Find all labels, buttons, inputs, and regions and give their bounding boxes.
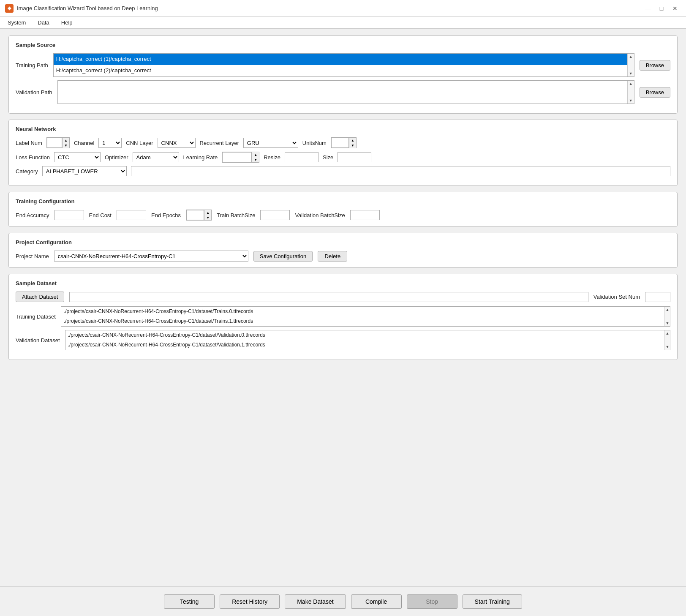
validation-dataset-item-1: ./projects/csair-CNNX-NoRecurrent-H64-Cr… (65, 330, 670, 340)
training-dataset-item-1: ./projects/csair-CNNX-NoRecurrent-H64-Cr… (61, 307, 670, 316)
main-content: Sample Source Training Path H:/captcha_c… (0, 29, 686, 392)
training-path-scrollbar: ▲ ▼ (627, 54, 634, 76)
testing-button[interactable]: Testing (164, 594, 215, 609)
end-accuracy-label: End Accuracy (16, 212, 49, 218)
sample-source-section: Sample Source Training Path H:/captcha_c… (8, 35, 678, 114)
validation-path-browse-button[interactable]: Browse (640, 87, 670, 98)
menu-data[interactable]: Data (35, 19, 52, 27)
units-num-spinner[interactable]: 64 ▲ ▼ (331, 137, 357, 148)
sample-source-title: Sample Source (16, 42, 670, 48)
minimize-button[interactable]: — (642, 3, 654, 14)
validation-batchsize-input[interactable]: 300 (350, 210, 380, 220)
training-path-browse-button[interactable]: Browse (640, 60, 670, 71)
training-dataset-item-2: ./projects/csair-CNNX-NoRecurrent-H64-Cr… (61, 316, 670, 326)
units-num-up[interactable]: ▲ (349, 138, 356, 143)
project-name-select[interactable]: csair-CNNX-NoRecurrent-H64-CrossEntropy-… (54, 251, 248, 262)
validation-path-container: ▲ ▼ (57, 80, 634, 104)
category-label: Category (16, 168, 38, 174)
validation-dataset-container: ./projects/csair-CNNX-NoRecurrent-H64-Cr… (65, 330, 670, 350)
train-batchsize-input[interactable]: 64 (260, 210, 290, 220)
start-training-button[interactable]: Start Training (463, 594, 522, 609)
label-num-input[interactable]: 6 (47, 138, 62, 148)
neural-network-title: Neural Network (16, 126, 670, 132)
stop-button[interactable]: Stop (407, 594, 457, 609)
bottom-bar: Testing Reset History Make Dataset Compi… (0, 586, 686, 616)
vd-scroll-down[interactable]: ▼ (664, 344, 670, 350)
category-text-input[interactable] (131, 166, 670, 176)
recurrent-layer-select[interactable]: GRU LSTM None (243, 138, 298, 148)
cnn-layer-select[interactable]: CNNX CNN1 CNN2 (158, 138, 196, 148)
loss-function-label: Loss Function (16, 154, 50, 161)
validation-batchsize-label: Validation BatchSize (295, 212, 345, 218)
channel-select[interactable]: 1 3 (98, 138, 122, 148)
resize-input[interactable]: [120, 30] (285, 152, 318, 162)
validation-dataset-box[interactable]: ./projects/csair-CNNX-NoRecurrent-H64-Cr… (65, 330, 670, 350)
training-dataset-box[interactable]: ./projects/csair-CNNX-NoRecurrent-H64-Cr… (61, 306, 670, 327)
td-scroll-down[interactable]: ▼ (664, 320, 670, 326)
category-select[interactable]: ALPHABET_LOWER ALPHABET_UPPER DIGITS ALL (42, 166, 127, 176)
training-path-row: Training Path H:/captcha_correct (1)/cap… (16, 53, 670, 77)
end-epochs-label: End Epochs (151, 212, 181, 218)
val-scroll-up-arrow[interactable]: ▲ (628, 81, 634, 87)
val-scroll-down-arrow[interactable]: ▼ (628, 98, 634, 104)
attach-dataset-button[interactable]: Attach Dataset (16, 292, 64, 302)
optimizer-select[interactable]: Adam SGD RMSprop (133, 152, 179, 162)
menu-system[interactable]: System (5, 19, 28, 27)
training-dataset-label: Training Dataset (16, 313, 56, 320)
validation-dataset-item-2: ./projects/csair-CNNX-NoRecurrent-H64-Cr… (65, 340, 670, 350)
validation-path-box[interactable]: ▲ ▼ (57, 80, 634, 104)
units-num-input[interactable]: 64 (331, 138, 349, 148)
end-epochs-spinner[interactable]: 2 ▲ ▼ (186, 210, 212, 221)
vd-scroll-up[interactable]: ▲ (664, 330, 670, 336)
lr-down[interactable]: ▼ (252, 157, 259, 162)
save-config-button[interactable]: Save Configuration (253, 251, 313, 262)
maximize-button[interactable]: □ (656, 3, 667, 14)
training-path-item-2[interactable]: H:/captcha_correct (2)/captcha_correct (54, 65, 634, 76)
optimizer-label: Optimizer (105, 154, 128, 161)
learning-rate-input[interactable]: 0.0001 (222, 152, 252, 162)
units-num-down[interactable]: ▼ (349, 143, 356, 148)
title-bar: ◆ Image Classification Wizard Tool based… (0, 0, 686, 17)
delete-button[interactable]: Delete (318, 251, 347, 262)
end-epochs-up[interactable]: ▲ (204, 210, 211, 215)
train-batchsize-label: Train BatchSize (217, 212, 255, 218)
sample-dataset-section: Sample Dataset Attach Dataset Validation… (8, 274, 678, 360)
title-bar-controls: — □ ✕ (642, 3, 681, 14)
label-num-down[interactable]: ▼ (63, 143, 69, 148)
reset-history-button[interactable]: Reset History (220, 594, 280, 609)
validation-path-label: Validation Path (16, 89, 52, 95)
size-input[interactable]: [230, 50] (338, 152, 371, 162)
scroll-up-arrow[interactable]: ▲ (628, 54, 634, 60)
lr-up[interactable]: ▲ (252, 152, 259, 157)
validation-dataset-scroll: ▲ ▼ (664, 330, 670, 350)
nn-row-3: Category ALPHABET_LOWER ALPHABET_UPPER D… (16, 166, 670, 176)
end-epochs-down[interactable]: ▼ (204, 215, 211, 220)
compile-button[interactable]: Compile (351, 594, 402, 609)
td-scroll-up[interactable]: ▲ (664, 307, 670, 313)
end-epochs-input[interactable]: 2 (186, 210, 204, 220)
close-button[interactable]: ✕ (669, 3, 681, 14)
project-row: Project Name csair-CNNX-NoRecurrent-H64-… (16, 251, 670, 262)
end-cost-label: End Cost (89, 212, 112, 218)
training-dataset-scroll: ▲ ▼ (664, 307, 670, 326)
validation-path-scrollbar: ▲ ▼ (627, 81, 634, 104)
training-config-section: Training Configuration End Accuracy 0.95… (8, 192, 678, 227)
make-dataset-button[interactable]: Make Dataset (285, 594, 346, 609)
size-label: Size (323, 154, 333, 161)
training-path-item-1[interactable]: H:/captcha_correct (1)/captcha_correct (54, 54, 634, 65)
training-config-title: Training Configuration (16, 198, 670, 204)
end-accuracy-input[interactable]: 0.95 (54, 210, 84, 220)
learning-rate-spinner[interactable]: 0.0001 ▲ ▼ (222, 152, 259, 163)
end-cost-input[interactable]: 0.5 (117, 210, 146, 220)
validation-dataset-row: Validation Dataset ./projects/csair-CNNX… (16, 330, 670, 350)
recurrent-layer-label: Recurrent Layer (200, 140, 239, 146)
label-num-up[interactable]: ▲ (63, 138, 69, 143)
training-path-box[interactable]: H:/captcha_correct (1)/captcha_correct H… (53, 53, 634, 77)
attach-dataset-input[interactable] (69, 292, 588, 302)
loss-function-select[interactable]: CTC CrossEntropy (54, 152, 101, 162)
validation-set-num-input[interactable]: 0 (645, 292, 670, 302)
label-num-spinner[interactable]: 6 ▲ ▼ (46, 137, 70, 148)
scroll-down-arrow[interactable]: ▼ (628, 71, 634, 76)
project-name-label: Project Name (16, 253, 49, 259)
menu-help[interactable]: Help (59, 19, 75, 27)
